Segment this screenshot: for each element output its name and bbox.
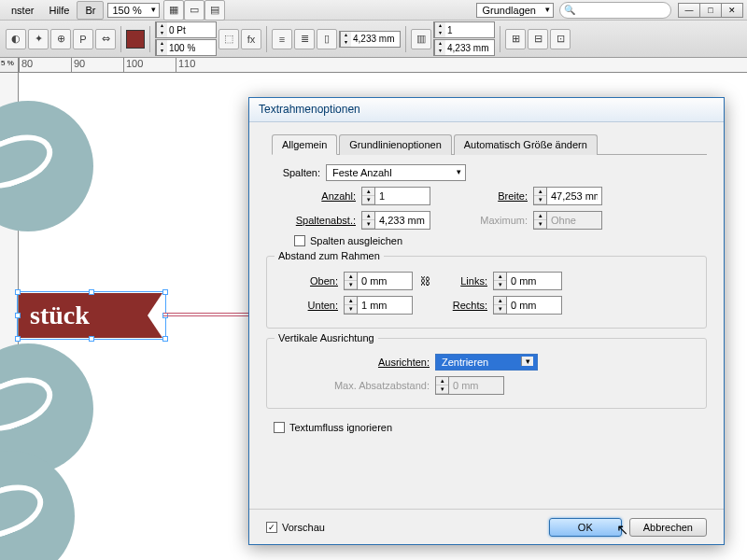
top-label: Oben: <box>278 275 344 287</box>
tab-autosize[interactable]: Automatisch Größe ändern <box>454 134 598 155</box>
maximum-field: ▴▾ <box>533 211 602 230</box>
left-label: Links: <box>437 275 493 287</box>
maximize-button[interactable]: □ <box>699 3 722 18</box>
align-combo[interactable]: Zentrieren <box>435 354 538 371</box>
inset-group: Abstand zum Rahmen Oben: ▴▾ ⛓ Links: ▴▾ … <box>266 256 707 329</box>
columns-label: Spalten: <box>266 167 326 178</box>
align-icon[interactable]: ≡ <box>272 29 292 49</box>
ruler-horizontal: 8090100110 <box>19 58 747 73</box>
logo-circle <box>0 451 75 560</box>
gutter-field[interactable]: ▴▾ <box>339 31 401 48</box>
count-label: Anzahl: <box>285 190 361 202</box>
opacity-field[interactable]: ▴▾ <box>155 39 217 56</box>
count-field[interactable]: ▴▾ <box>361 187 430 205</box>
top-field[interactable]: ▴▾ <box>344 272 413 290</box>
tool-icon[interactable]: P <box>73 29 93 49</box>
dialog-tabs: Allgemein Grundlinienoptionen Automatisc… <box>272 133 707 155</box>
max-para-field: ▴▾ <box>435 376 504 395</box>
link-insets-icon[interactable]: ⛓ <box>413 275 437 287</box>
tool-icon[interactable]: ⇔ <box>95 29 116 49</box>
dialog-title: Textrahmenoptionen <box>249 98 724 122</box>
gutter-label: Spaltenabst.: <box>285 215 361 226</box>
tab-general[interactable]: Allgemein <box>272 134 337 155</box>
inset-group-title: Abstand zum Rahmen <box>275 250 384 261</box>
right-field[interactable]: ▴▾ <box>493 296 562 315</box>
num-cols-field[interactable]: ▴▾ <box>433 21 495 38</box>
col-gap-field[interactable]: ▴▾ <box>433 39 495 56</box>
valign-group: Vertikale Ausrichtung Ausrichten: Zentri… <box>266 338 707 409</box>
zoom-level-combo[interactable]: 150 % <box>107 3 159 18</box>
bottom-field[interactable]: ▴▾ <box>344 296 413 315</box>
ignore-wrap-checkbox[interactable]: Textumfluss ignorieren <box>274 422 392 433</box>
balance-columns-checkbox[interactable]: Spalten ausgleichen <box>294 235 402 246</box>
columns-icon[interactable]: ▥ <box>411 29 431 49</box>
workspace-combo[interactable]: Grundlagen <box>476 3 555 18</box>
tab-baseline[interactable]: Grundlinienoptionen <box>339 134 451 155</box>
menu-hilfe[interactable]: Hilfe <box>41 2 77 19</box>
align-icon[interactable]: ≣ <box>294 29 315 49</box>
width-field[interactable]: ▴▾ <box>533 187 602 205</box>
max-para-label: Max. Absatzabstand: <box>278 380 435 391</box>
dialog-footer: ✓Vorschau OK Abbrechen <box>249 509 724 544</box>
stroke-weight-field[interactable]: ▴▾ <box>155 21 217 38</box>
misc-icon[interactable]: ⊡ <box>550 29 571 49</box>
columns-type-combo[interactable]: Feste Anzahl <box>326 164 466 181</box>
tool-icon[interactable]: ⊕ <box>50 29 71 49</box>
bridge-button[interactable]: Br <box>77 1 104 20</box>
control-toolbar: ◐ ✦ ⊕ P ⇔ ▴▾ ▴▾ ⬚ fx ≡ ≣ ▯ ▴▾ ▥ ▴▾ ▴▾ ⊞ … <box>0 21 747 58</box>
gutter-field[interactable]: ▴▾ <box>361 211 430 230</box>
bottom-label: Unten: <box>278 300 344 311</box>
width-label: Breite: <box>430 190 533 202</box>
preview-checkbox[interactable]: ✓Vorschau <box>266 522 325 533</box>
left-field[interactable]: ▴▾ <box>493 272 562 290</box>
chain-icon[interactable]: ⬚ <box>218 29 239 49</box>
ok-button[interactable]: OK <box>549 518 622 537</box>
guide-line <box>163 313 257 316</box>
arrange-icon[interactable]: ▤ <box>204 0 225 21</box>
minimize-button[interactable]: — <box>678 3 700 18</box>
fill-swatch[interactable] <box>126 30 145 49</box>
text-frame-options-dialog: Textrahmenoptionen Allgemein Grundlinien… <box>248 97 725 545</box>
view-options-icon[interactable]: ▦ <box>163 0 184 21</box>
fx-icon[interactable]: fx <box>241 29 261 49</box>
valign-group-title: Vertikale Ausrichtung <box>275 332 378 343</box>
menubar: nster Hilfe Br 150 % ▦ ▭ ▤ Grundlagen — … <box>0 0 747 21</box>
align-label: Ausrichten: <box>278 357 435 368</box>
tool-icon[interactable]: ✦ <box>28 29 49 49</box>
screen-mode-icon[interactable]: ▭ <box>184 0 204 21</box>
tool-icon[interactable]: ◐ <box>6 29 26 49</box>
search-input[interactable] <box>559 2 671 19</box>
misc-icon[interactable]: ⊞ <box>505 29 526 49</box>
right-label: Rechts: <box>437 300 493 311</box>
maximum-label: Maximum: <box>430 215 533 226</box>
menu-fenster[interactable]: nster <box>4 2 41 19</box>
ruler-origin: 5 % <box>0 58 19 73</box>
logo-circle <box>0 101 93 231</box>
selection-bounding-box <box>17 291 166 340</box>
cancel-button[interactable]: Abbrechen <box>629 518 707 537</box>
close-button[interactable]: ✕ <box>721 3 743 18</box>
misc-icon[interactable]: ⊟ <box>528 29 548 49</box>
text-frame-icon[interactable]: ▯ <box>317 29 337 49</box>
